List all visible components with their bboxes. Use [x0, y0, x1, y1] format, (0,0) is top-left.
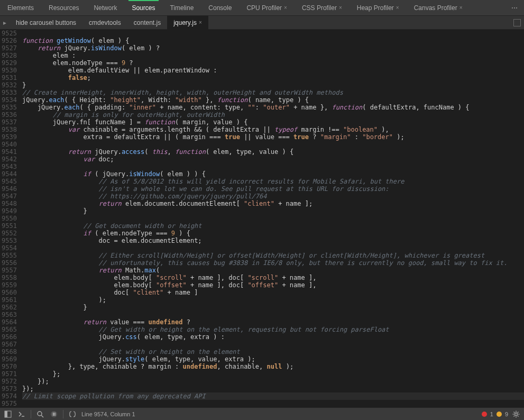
pause-icon[interactable]: [49, 409, 59, 419]
line-number[interactable]: 9529: [0, 59, 17, 67]
code-line[interactable]: // Create innerHeight, innerWidth, heigh…: [22, 89, 524, 96]
line-number[interactable]: 9553: [0, 237, 17, 244]
code-line[interactable]: // Either scroll[Width/Height] or offset…: [22, 252, 524, 259]
line-number[interactable]: 9527: [0, 44, 17, 52]
line-number[interactable]: 9538: [0, 126, 17, 133]
line-number[interactable]: 9539: [0, 133, 17, 141]
code-line[interactable]: jQuery.css( elem, type, extra ) :: [22, 333, 524, 341]
close-icon[interactable]: ×: [459, 0, 463, 16]
code-line[interactable]: };: [22, 370, 524, 378]
code-editor[interactable]: 9525952695279528952995309531953295339534…: [0, 30, 524, 407]
line-number[interactable]: 9570: [0, 363, 17, 370]
line-number[interactable]: 9564: [0, 318, 17, 326]
code-line[interactable]: var chainable = arguments.length && ( de…: [22, 126, 524, 133]
close-icon[interactable]: ×: [284, 0, 287, 16]
panel-toggle-icon[interactable]: [513, 19, 521, 26]
file-tab-cmdevtools[interactable]: cmdevtools: [82, 16, 127, 30]
error-icon[interactable]: [482, 412, 487, 417]
line-number[interactable]: 9551: [0, 222, 17, 230]
code-line[interactable]: if ( jQuery.isWindow( elem ) ) {: [22, 170, 524, 178]
code-line[interactable]: }, type, chainable ? margin : undefined,…: [22, 363, 524, 370]
code-content[interactable]: function getWindow( elem ) { return jQue…: [20, 30, 524, 407]
code-line[interactable]: return jQuery.access( this, function( el…: [22, 148, 524, 156]
pretty-print-icon[interactable]: [68, 409, 77, 419]
line-number[interactable]: 9536: [0, 111, 17, 118]
code-line[interactable]: }: [22, 207, 524, 215]
devtools-tab-sources[interactable]: Sources: [124, 0, 162, 16]
devtools-tab-heap-profiler[interactable]: Heap Profiler×: [350, 0, 407, 16]
code-line[interactable]: elem.defaultView || elem.parentWindow :: [22, 67, 524, 74]
line-number[interactable]: 9552: [0, 230, 17, 237]
code-line[interactable]: // isn't a whole lot we can do. See pull…: [22, 185, 524, 193]
code-line[interactable]: // margin is only for outerHeight, outer…: [22, 111, 524, 118]
line-number[interactable]: 9549: [0, 207, 17, 215]
code-line[interactable]: }: [22, 81, 524, 89]
line-number[interactable]: 9544: [0, 170, 17, 178]
line-number[interactable]: 9525: [0, 30, 17, 37]
code-line[interactable]: [22, 141, 524, 148]
code-line[interactable]: // https://github.com/jquery/jquery/pull…: [22, 193, 524, 200]
code-line[interactable]: [22, 341, 524, 348]
devtools-tab-resources[interactable]: Resources: [41, 0, 86, 16]
code-line[interactable]: doc[ "client" + name ]: [22, 289, 524, 296]
code-line[interactable]: extra = defaultExtra || ( margin === tru…: [22, 133, 524, 141]
devtools-tab-canvas-profiler[interactable]: Canvas Profiler×: [407, 0, 470, 16]
code-line[interactable]: [22, 311, 524, 318]
line-number[interactable]: 9572: [0, 378, 17, 385]
line-number[interactable]: 9560: [0, 289, 17, 296]
code-line[interactable]: [22, 215, 524, 222]
devtools-tab-css-profiler[interactable]: CSS Profiler×: [295, 0, 350, 16]
line-number[interactable]: 9573: [0, 385, 17, 392]
line-number[interactable]: 9534: [0, 96, 17, 104]
code-line[interactable]: // Get document width or height: [22, 222, 524, 230]
file-tab-dropdown-icon[interactable]: ▸: [0, 19, 10, 26]
line-number[interactable]: 9532: [0, 81, 17, 89]
code-line[interactable]: var doc;: [22, 156, 524, 163]
code-line[interactable]: });: [22, 385, 524, 392]
code-line[interactable]: // As of 5/8/2012 this will yield incorr…: [22, 178, 524, 185]
line-number[interactable]: 9543: [0, 163, 17, 170]
line-number[interactable]: 9575: [0, 400, 17, 407]
code-line[interactable]: elem :: [22, 52, 524, 59]
line-number[interactable]: 9559: [0, 281, 17, 289]
code-line[interactable]: doc = elem.documentElement;: [22, 237, 524, 244]
code-line[interactable]: }: [22, 304, 524, 311]
code-line[interactable]: [22, 244, 524, 252]
devtools-tab-timeline[interactable]: Timeline: [162, 0, 201, 16]
code-line[interactable]: return elem.document.documentElement[ "c…: [22, 200, 524, 207]
code-line[interactable]: // Get width or height on the element, r…: [22, 326, 524, 333]
devtools-tab-network[interactable]: Network: [86, 0, 124, 16]
gear-icon[interactable]: [511, 409, 521, 419]
file-tab-jquery-js[interactable]: jquery.js×: [167, 16, 208, 30]
code-line[interactable]: [22, 163, 524, 170]
line-number[interactable]: 9555: [0, 252, 17, 259]
line-number[interactable]: 9545: [0, 178, 17, 185]
devtools-tab-cpu-profiler[interactable]: CPU Profiler×: [239, 0, 295, 16]
line-number[interactable]: 9567: [0, 341, 17, 348]
console-toggle-icon[interactable]: [17, 409, 26, 419]
code-line[interactable]: jQuery.fn[ funcName ] = function( margin…: [22, 118, 524, 126]
line-number[interactable]: 9558: [0, 274, 17, 281]
code-line[interactable]: elem.nodeType === 9 ?: [22, 59, 524, 67]
close-icon[interactable]: ×: [339, 0, 342, 16]
line-number[interactable]: 9533: [0, 89, 17, 96]
line-number[interactable]: 9548: [0, 200, 17, 207]
code-line[interactable]: false;: [22, 74, 524, 81]
code-line[interactable]: [22, 400, 524, 407]
code-line[interactable]: jQuery.each( { padding: "inner" + name, …: [22, 104, 524, 111]
line-number[interactable]: 9547: [0, 193, 17, 200]
code-line[interactable]: return jQuery.isWindow( elem ) ?: [22, 44, 524, 52]
line-number[interactable]: 9562: [0, 304, 17, 311]
code-line[interactable]: // Set width or height on the element: [22, 348, 524, 355]
line-number[interactable]: 9563: [0, 311, 17, 318]
code-line[interactable]: // Limit scope pollution from any deprec…: [22, 392, 524, 400]
devtools-tab-elements[interactable]: Elements: [0, 0, 41, 16]
line-number[interactable]: 9537: [0, 118, 17, 126]
line-number[interactable]: 9541: [0, 148, 17, 156]
code-line[interactable]: function getWindow( elem ) {: [22, 37, 524, 44]
close-icon[interactable]: ×: [396, 0, 399, 16]
line-number[interactable]: 9556: [0, 259, 17, 267]
line-number[interactable]: 9571: [0, 370, 17, 378]
code-line[interactable]: // unfortunately, this causes bug #3838 …: [22, 259, 524, 267]
more-menu-icon[interactable]: ⋯: [505, 4, 524, 12]
